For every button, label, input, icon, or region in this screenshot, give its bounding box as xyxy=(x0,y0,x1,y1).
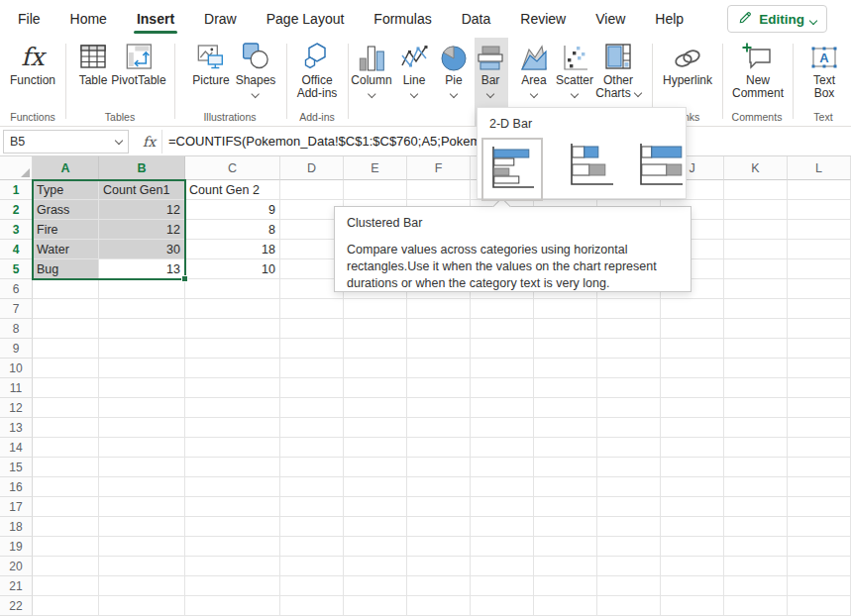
cell-A4[interactable]: Water xyxy=(33,240,99,259)
cell-H15[interactable] xyxy=(534,458,597,477)
column-header-L[interactable]: L xyxy=(788,156,851,180)
row-header-14[interactable]: 14 xyxy=(0,438,33,458)
other-charts-button[interactable]: Other Charts xyxy=(589,40,647,100)
cell-G8[interactable] xyxy=(471,319,534,339)
cell-K7[interactable] xyxy=(724,299,788,319)
cell-H19[interactable] xyxy=(534,537,597,557)
column-chart-button[interactable]: Column xyxy=(351,40,391,97)
cell-B4[interactable]: 30 xyxy=(99,240,185,259)
cell-F12[interactable] xyxy=(407,398,471,418)
cell-E16[interactable] xyxy=(344,477,407,497)
cell-A15[interactable] xyxy=(33,458,99,477)
cell-K12[interactable] xyxy=(724,398,788,418)
cell-A17[interactable] xyxy=(33,497,99,517)
tab-data[interactable]: Data xyxy=(447,0,506,38)
cell-L21[interactable] xyxy=(788,576,851,596)
cell-E11[interactable] xyxy=(344,378,407,398)
cell-L5[interactable] xyxy=(788,259,851,279)
cell-F9[interactable] xyxy=(407,339,471,359)
cell-F10[interactable] xyxy=(407,359,471,378)
row-header-20[interactable]: 20 xyxy=(0,557,33,576)
cell-J7[interactable] xyxy=(661,299,724,319)
cell-G19[interactable] xyxy=(471,537,534,557)
cell-F22[interactable] xyxy=(407,596,471,616)
cell-I11[interactable] xyxy=(597,378,661,398)
cell-F8[interactable] xyxy=(407,319,471,339)
cell-C12[interactable] xyxy=(185,398,280,418)
column-header-E[interactable]: E xyxy=(344,156,407,180)
cell-K10[interactable] xyxy=(724,359,788,378)
cell-F21[interactable] xyxy=(407,576,471,596)
cell-A1[interactable]: Type xyxy=(33,180,99,200)
cell-B16[interactable] xyxy=(99,477,185,497)
cell-L13[interactable] xyxy=(788,418,851,438)
cell-C21[interactable] xyxy=(185,576,280,596)
cell-G21[interactable] xyxy=(471,576,534,596)
cell-K21[interactable] xyxy=(724,576,788,596)
cell-L15[interactable] xyxy=(788,458,851,477)
cell-D11[interactable] xyxy=(280,378,344,398)
tab-formulas[interactable]: Formulas xyxy=(359,0,446,38)
cell-I15[interactable] xyxy=(597,458,661,477)
cell-A20[interactable] xyxy=(33,557,99,576)
area-chart-button[interactable]: Area xyxy=(520,40,548,97)
row-header-5[interactable]: 5 xyxy=(0,259,33,279)
row-header-22[interactable]: 22 xyxy=(0,596,33,616)
cell-K6[interactable] xyxy=(724,279,788,299)
cell-E21[interactable] xyxy=(344,576,407,596)
cell-B18[interactable] xyxy=(99,517,185,537)
cell-K2[interactable] xyxy=(724,200,788,220)
row-header-19[interactable]: 19 xyxy=(0,537,33,557)
cell-I18[interactable] xyxy=(597,517,661,537)
cell-K13[interactable] xyxy=(724,418,788,438)
tab-review[interactable]: Review xyxy=(505,0,581,38)
row-header-2[interactable]: 2 xyxy=(0,200,33,220)
cell-F17[interactable] xyxy=(407,497,471,517)
cell-L16[interactable] xyxy=(788,477,851,497)
cell-G20[interactable] xyxy=(471,557,534,576)
chart-option-stacked-bar[interactable] xyxy=(563,138,620,195)
cell-L8[interactable] xyxy=(788,319,851,339)
cell-H21[interactable] xyxy=(534,576,597,596)
cell-F15[interactable] xyxy=(407,458,471,477)
cell-D1[interactable] xyxy=(280,180,344,200)
row-header-6[interactable]: 6 xyxy=(0,279,33,299)
cell-I14[interactable] xyxy=(597,438,661,458)
row-header-10[interactable]: 10 xyxy=(0,359,33,378)
table-button[interactable]: Table xyxy=(78,40,108,87)
cell-A14[interactable] xyxy=(33,438,99,458)
cell-F19[interactable] xyxy=(407,537,471,557)
cell-L1[interactable] xyxy=(788,180,851,200)
cell-H7[interactable] xyxy=(534,299,597,319)
row-header-13[interactable]: 13 xyxy=(0,418,33,438)
cell-I13[interactable] xyxy=(597,418,661,438)
cell-C7[interactable] xyxy=(185,299,280,319)
cell-I12[interactable] xyxy=(597,398,661,418)
cell-K11[interactable] xyxy=(724,378,788,398)
cell-B6[interactable] xyxy=(99,279,185,299)
cell-D16[interactable] xyxy=(280,477,344,497)
row-header-15[interactable]: 15 xyxy=(0,458,33,477)
cell-C10[interactable] xyxy=(185,359,280,378)
cell-J20[interactable] xyxy=(661,557,724,576)
cell-B8[interactable] xyxy=(99,319,185,339)
cell-C14[interactable] xyxy=(185,438,280,458)
cell-A19[interactable] xyxy=(33,537,99,557)
cell-C15[interactable] xyxy=(185,458,280,477)
cell-L20[interactable] xyxy=(788,557,851,576)
cell-K1[interactable] xyxy=(724,180,788,200)
line-chart-button[interactable]: Line xyxy=(400,40,428,97)
cell-E8[interactable] xyxy=(344,319,407,339)
cell-L19[interactable] xyxy=(788,537,851,557)
cell-H10[interactable] xyxy=(534,359,597,378)
cell-I9[interactable] xyxy=(597,339,661,359)
cell-G22[interactable] xyxy=(471,596,534,616)
cell-A9[interactable] xyxy=(33,339,99,359)
cell-G11[interactable] xyxy=(471,378,534,398)
cell-E17[interactable] xyxy=(344,497,407,517)
cell-J9[interactable] xyxy=(661,339,724,359)
cell-C19[interactable] xyxy=(185,537,280,557)
cell-H14[interactable] xyxy=(534,438,597,458)
cell-E1[interactable] xyxy=(344,180,407,200)
cell-E15[interactable] xyxy=(344,458,407,477)
